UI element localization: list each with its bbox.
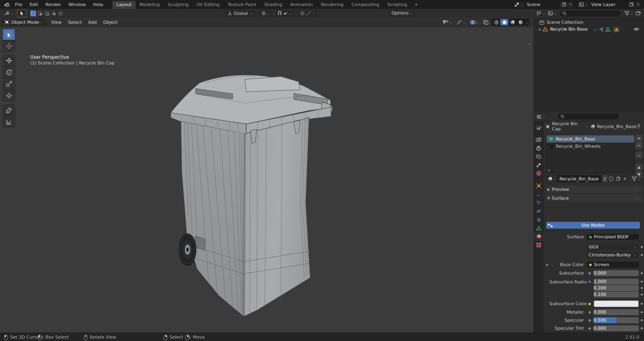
outliner-row-scene-collection[interactable]: Scene Collection: [533, 19, 644, 26]
fake-user-shield-icon[interactable]: [608, 175, 615, 182]
add-slot-button[interactable]: +: [636, 135, 642, 141]
workspace-tab[interactable]: Sculpting: [164, 1, 192, 9]
keyframe-dot[interactable]: [640, 272, 643, 274]
distribution-dropdown[interactable]: GGX ⌄: [587, 244, 639, 250]
new-collection-icon[interactable]: [634, 9, 642, 18]
topbar-menu[interactable]: Render: [42, 2, 65, 7]
pivot-point-dropdown[interactable]: ⌄: [259, 10, 272, 17]
show-gizmo-icon[interactable]: ⌄: [455, 18, 467, 27]
use-nodes-button[interactable]: Use Nodes: [546, 222, 640, 229]
outliner-row-object[interactable]: ▶ Recycle Bin Base: [533, 26, 644, 33]
keyframe-dot[interactable]: [640, 287, 643, 289]
slot-specials-menu-button[interactable]: ⌄: [636, 152, 642, 158]
show-overlays-icon[interactable]: ⌄: [469, 18, 481, 27]
new-scene-icon[interactable]: [560, 1, 568, 8]
workspace-tab[interactable]: Shading: [260, 1, 287, 9]
workspace-tab[interactable]: Layout: [112, 1, 135, 9]
shading-material-icon[interactable]: [508, 19, 516, 25]
workspace-tab[interactable]: Texture Paint: [224, 1, 260, 9]
workspace-tab[interactable]: Animation: [286, 1, 317, 9]
select-mode-intersect-icon[interactable]: [58, 10, 64, 17]
socket-toggle[interactable]: [587, 270, 593, 276]
tab-render[interactable]: [533, 135, 544, 144]
select-mode-extend-icon[interactable]: [37, 10, 43, 17]
collection-name[interactable]: Scene Collection: [547, 20, 583, 25]
tab-physics[interactable]: [533, 207, 544, 215]
sidebar-toggle-icon[interactable]: ‹: [528, 41, 530, 47]
select-mode-new-icon[interactable]: [30, 10, 36, 17]
topbar-menu[interactable]: File: [11, 2, 26, 7]
viewport-menu[interactable]: Object: [100, 20, 121, 25]
tool-annotate[interactable]: [2, 104, 15, 116]
surface-shader-field[interactable]: Principled BSDF: [587, 234, 639, 240]
move-slot-up-button[interactable]: ▲: [636, 164, 642, 170]
scene-selector[interactable]: ⌄ Scene ✕: [513, 1, 574, 8]
subsurface-method-dropdown[interactable]: Christensen-Burley ⌄: [587, 252, 639, 258]
subsurface-color-swatch[interactable]: [594, 300, 639, 307]
resize-grip-icon[interactable]: ::::: [547, 169, 634, 173]
tool-move[interactable]: [2, 55, 15, 66]
keyframe-dot[interactable]: [640, 319, 643, 321]
add-workspace-button[interactable]: +: [411, 2, 421, 7]
workspace-tab[interactable]: Rendering: [317, 1, 347, 9]
remove-view-layer-icon[interactable]: ✕: [635, 1, 641, 8]
panel-drag-dots-icon[interactable]: ::::: [634, 188, 640, 191]
tool-measure[interactable]: [2, 116, 15, 128]
tab-object-data[interactable]: [533, 224, 544, 232]
browse-material-icon[interactable]: ⌄: [546, 175, 557, 182]
tab-output[interactable]: [533, 144, 544, 152]
active-object-badge[interactable]: [613, 27, 620, 32]
tool-cursor[interactable]: [2, 40, 15, 52]
viewport-menu[interactable]: View: [48, 20, 65, 25]
shading-solid-icon[interactable]: [500, 19, 508, 25]
viewport-3d[interactable]: User Perspective (1) Scene Collection | …: [0, 27, 533, 333]
users-count-badge[interactable]: 2: [602, 175, 608, 182]
select-mode-invert-icon[interactable]: [51, 10, 57, 17]
tab-constraints[interactable]: [533, 215, 544, 224]
tab-scene[interactable]: [533, 161, 544, 169]
topbar-menu[interactable]: Help: [89, 2, 107, 7]
tool-transform[interactable]: [2, 90, 15, 101]
workspace-tab[interactable]: Compositing: [348, 1, 384, 9]
mesh-data-icon[interactable]: [605, 27, 611, 32]
subsurface-radius-z[interactable]: 0.100: [594, 291, 639, 298]
properties-editor-type-icon[interactable]: ⌄: [535, 112, 547, 121]
shading-rendered-icon[interactable]: [516, 19, 524, 25]
tab-texture[interactable]: [533, 241, 544, 249]
tab-object[interactable]: [533, 182, 544, 190]
expand-arrow-icon[interactable]: ▶: [545, 263, 549, 267]
expand-arrow-icon[interactable]: ▶: [539, 28, 541, 31]
tool-select-box[interactable]: [2, 29, 15, 40]
socket-toggle[interactable]: [587, 279, 593, 285]
proportional-editing-toggle[interactable]: ⌄: [297, 10, 318, 17]
specular-slider[interactable]: 0.500: [594, 317, 639, 323]
panel-surface[interactable]: ▼ Surface ::::: [545, 194, 642, 202]
outliner-filter-mode-icon[interactable]: ⌄: [547, 9, 558, 18]
tab-material[interactable]: [533, 232, 544, 241]
options-dropdown[interactable]: Options ⌄: [388, 10, 415, 17]
keyframe-dot[interactable]: [640, 293, 643, 296]
editor-type-icon[interactable]: ⌄: [2, 9, 14, 18]
active-tool-box-select[interactable]: [17, 9, 27, 17]
keyframe-dot[interactable]: [640, 303, 643, 305]
tab-view-layer[interactable]: [533, 152, 544, 161]
object-type-visibility-icon[interactable]: ⌄: [441, 18, 453, 27]
socket-toggle[interactable]: [587, 325, 593, 331]
material-slot[interactable]: Recycle_Bin_Base: [547, 135, 634, 143]
scene-name[interactable]: Scene: [524, 1, 560, 8]
specular-tint-slider[interactable]: 0.000: [594, 325, 639, 331]
breadcrumb-object[interactable]: Recycle Bin Cap: [552, 121, 584, 132]
tab-tool[interactable]: [533, 124, 544, 132]
workspace-tab[interactable]: Scripting: [383, 1, 411, 9]
shading-wireframe-icon[interactable]: [492, 19, 500, 25]
unlink-scene-icon[interactable]: ✕: [568, 1, 574, 8]
material-slot[interactable]: Recycle_Bin_Wheels: [547, 143, 634, 150]
tool-rotate[interactable]: [2, 66, 15, 78]
subsurface-radius-x[interactable]: 1.000: [594, 279, 639, 285]
outliner-display-mode-icon[interactable]: ⌄: [535, 9, 547, 18]
blender-logo-icon[interactable]: [2, 0, 11, 9]
scene-icon[interactable]: ⌄: [513, 1, 524, 8]
remove-slot-button[interactable]: −: [636, 142, 642, 149]
view-layer-name[interactable]: View Layer: [589, 1, 628, 8]
topbar-menu[interactable]: Edit: [26, 2, 41, 7]
